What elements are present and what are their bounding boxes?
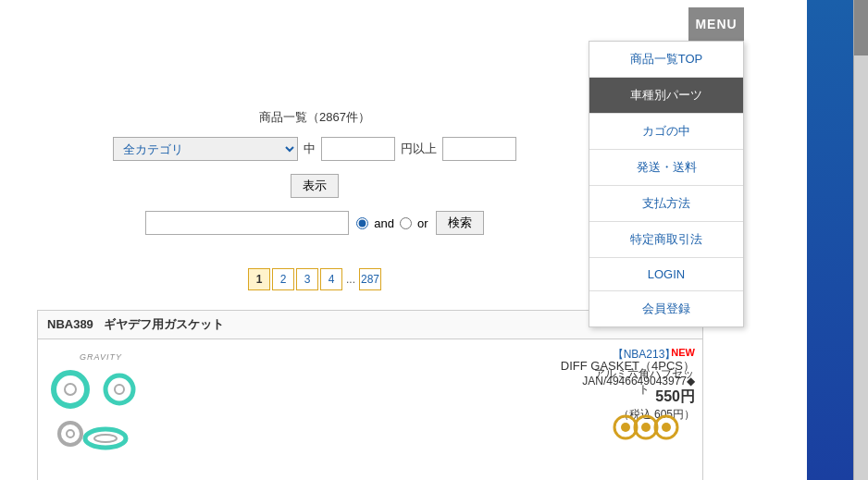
price-max-input[interactable] [442, 137, 516, 161]
dropdown-item-product-list-top[interactable]: 商品一覧TOP [589, 42, 743, 78]
price-min-input[interactable] [321, 137, 395, 161]
svg-point-13 [662, 423, 671, 432]
page-287[interactable]: 287 [359, 268, 381, 290]
scrollbar[interactable] [853, 0, 868, 480]
hub-image [607, 401, 681, 452]
radio-and[interactable] [356, 217, 368, 229]
brand-logo: GRAVITY [80, 352, 122, 362]
dropdown-item-login[interactable]: LOGIN [589, 258, 743, 291]
svg-point-0 [54, 373, 87, 406]
category-select[interactable]: 全カテゴリ [113, 137, 298, 161]
page-3[interactable]: 3 [296, 268, 318, 290]
gasket-image [50, 369, 152, 471]
svg-point-6 [85, 429, 126, 448]
yen-label: 円以上 [401, 141, 437, 157]
dropdown-item-register[interactable]: 会員登録 [589, 291, 743, 326]
dropdown-item-shipping[interactable]: 発送・送料 [589, 150, 743, 186]
search-button[interactable]: 検索 [436, 211, 484, 235]
svg-point-7 [94, 435, 117, 442]
page-4[interactable]: 4 [320, 268, 342, 290]
filter-row: 全カテゴリ 中 円以上 [113, 137, 516, 161]
menu-label: MENU [695, 17, 737, 31]
page-dots: ... [344, 273, 357, 286]
scrollbar-thumb[interactable] [854, 0, 868, 55]
product-image-area: GRAVITY [45, 347, 156, 476]
dropdown-item-payment[interactable]: 支払方法 [589, 186, 743, 222]
mid-label: 中 [304, 141, 316, 157]
search-area: 全カテゴリ 中 円以上 表示 and or 検索 [46, 137, 583, 235]
dropdown-item-vehicle-parts[interactable]: 車種別パーツ [589, 78, 743, 114]
dropdown-item-cart[interactable]: カゴの中 [589, 114, 743, 150]
related-product-label: 【NBA213】 [593, 347, 695, 363]
svg-point-5 [67, 430, 74, 437]
product-body: GRAVITY [38, 339, 702, 480]
and-label[interactable]: and [374, 216, 394, 230]
radio-group: and or [356, 216, 428, 230]
svg-point-11 [641, 423, 651, 432]
pagination: 1 2 3 4 ... 287 [46, 268, 583, 290]
dropdown-menu: 商品一覧TOP 車種別パーツ カゴの中 発送・送料 支払方法 特定商取引法 LO… [589, 41, 744, 327]
dropdown-item-specific-trade[interactable]: 特定商取引法 [589, 222, 743, 258]
display-button[interactable]: 表示 [291, 174, 339, 198]
related-product: 【NBA213】 アルミ六角ハブセット [593, 347, 695, 455]
page-1[interactable]: 1 [248, 268, 270, 290]
menu-button[interactable]: MENU [688, 7, 744, 41]
product-area: NBA389 ギヤデフ用ガスケット GRAVITY [37, 310, 703, 480]
product-name: ギヤデフ用ガスケット [104, 317, 224, 331]
related-product-name: アルミ六角ハブセット [593, 366, 695, 398]
search-row: and or 検索 [145, 211, 483, 235]
svg-point-3 [115, 385, 124, 394]
radio-or[interactable] [400, 217, 412, 229]
product-code: NBA389 [47, 317, 93, 331]
main-content: MENU 商品一覧TOP 車種別パーツ カゴの中 発送・送料 支払方法 特定商取… [0, 0, 805, 480]
svg-point-2 [105, 375, 133, 403]
svg-point-9 [621, 423, 630, 432]
breadcrumb-text: 商品一覧（2867件） [259, 109, 370, 126]
page-2[interactable]: 2 [272, 268, 294, 290]
blue-panel [807, 0, 853, 480]
svg-point-1 [65, 384, 76, 395]
search-input[interactable] [145, 211, 349, 235]
or-label[interactable]: or [417, 216, 428, 230]
svg-point-4 [59, 423, 81, 445]
